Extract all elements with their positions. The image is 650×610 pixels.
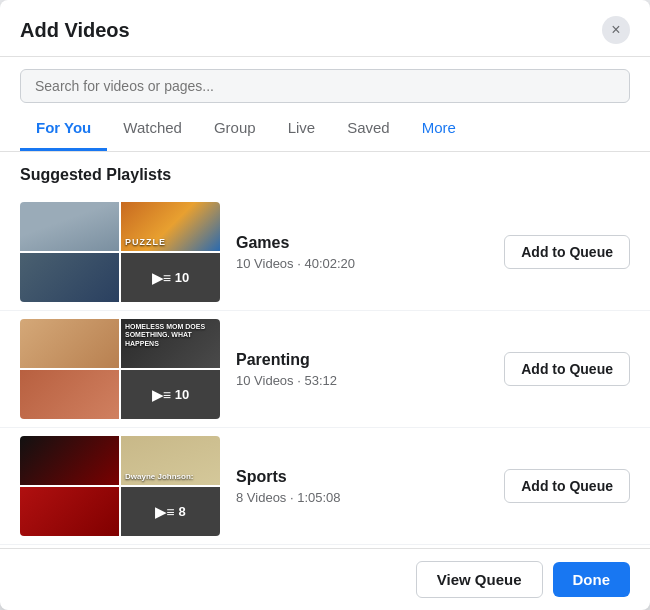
tab-for-you[interactable]: For You xyxy=(20,107,107,151)
playlist-icon: ▶≡ xyxy=(152,270,171,286)
modal-title: Add Videos xyxy=(20,19,130,42)
tab-watched[interactable]: Watched xyxy=(107,107,198,151)
add-to-queue-button-sports[interactable]: Add to Queue xyxy=(504,469,630,503)
playlist-info-sports: Sports 8 Videos · 1:05:08 xyxy=(236,468,488,505)
thumb-2: HOMELESS MOM DOES SOMETHING. WHAT HAPPEN… xyxy=(121,319,220,368)
view-queue-button[interactable]: View Queue xyxy=(416,561,543,598)
playlist-name: Games xyxy=(236,234,488,252)
playlist-item: Explore Food xyxy=(0,545,650,548)
tabs-bar: For You Watched Group Live Saved More xyxy=(0,107,650,152)
thumb-count-sports: ▶≡ 8 xyxy=(121,487,220,536)
thumb-1 xyxy=(20,436,119,485)
playlist-meta: 10 Videos · 40:02:20 xyxy=(236,256,488,271)
playlist-meta: 10 Videos · 53:12 xyxy=(236,373,488,388)
thumb-3 xyxy=(20,370,119,419)
tab-saved[interactable]: Saved xyxy=(331,107,406,151)
thumb-count-games: ▶≡ 10 xyxy=(121,253,220,302)
tab-group[interactable]: Group xyxy=(198,107,272,151)
playlist-thumbnails-games: PUZZLE ▶≡ 10 xyxy=(20,202,220,302)
playlist-info-games: Games 10 Videos · 40:02:20 xyxy=(236,234,488,271)
add-to-queue-button-parenting[interactable]: Add to Queue xyxy=(504,352,630,386)
modal-footer: View Queue Done xyxy=(0,548,650,610)
modal-body: Suggested Playlists PUZZLE ▶≡ 10 Games 1… xyxy=(0,152,650,548)
playlist-thumbnails-parenting: HOMELESS MOM DOES SOMETHING. WHAT HAPPEN… xyxy=(20,319,220,419)
search-input[interactable] xyxy=(20,69,630,103)
section-title: Suggested Playlists xyxy=(0,152,650,194)
playlist-icon: ▶≡ xyxy=(155,504,174,520)
tab-more[interactable]: More xyxy=(406,107,472,151)
add-videos-modal: Add Videos × For You Watched Group Live … xyxy=(0,0,650,610)
tab-live[interactable]: Live xyxy=(272,107,332,151)
thumb-2: PUZZLE xyxy=(121,202,220,251)
thumb-1 xyxy=(20,202,119,251)
playlist-name: Sports xyxy=(236,468,488,486)
thumb-count-parenting: ▶≡ 10 xyxy=(121,370,220,419)
add-to-queue-button-games[interactable]: Add to Queue xyxy=(504,235,630,269)
thumb-3 xyxy=(20,487,119,536)
modal-header: Add Videos × xyxy=(0,0,650,57)
playlist-item: Dwayne Johnson: ▶≡ 8 Sports 8 Videos · 1… xyxy=(0,428,650,545)
thumb-1 xyxy=(20,319,119,368)
playlist-item: PUZZLE ▶≡ 10 Games 10 Videos · 40:02:20 … xyxy=(0,194,650,311)
playlist-item: HOMELESS MOM DOES SOMETHING. WHAT HAPPEN… xyxy=(0,311,650,428)
thumb-3 xyxy=(20,253,119,302)
playlist-info-parenting: Parenting 10 Videos · 53:12 xyxy=(236,351,488,388)
close-button[interactable]: × xyxy=(602,16,630,44)
thumb-2: Dwayne Johnson: xyxy=(121,436,220,485)
playlist-icon: ▶≡ xyxy=(152,387,171,403)
playlist-thumbnails-sports: Dwayne Johnson: ▶≡ 8 xyxy=(20,436,220,536)
done-button[interactable]: Done xyxy=(553,562,631,597)
playlist-meta: 8 Videos · 1:05:08 xyxy=(236,490,488,505)
playlist-name: Parenting xyxy=(236,351,488,369)
search-area xyxy=(0,57,650,103)
